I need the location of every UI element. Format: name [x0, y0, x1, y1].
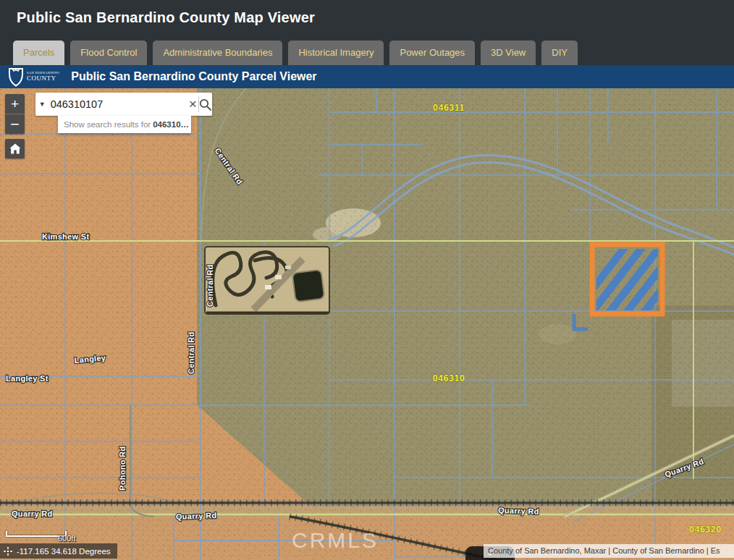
street-label: Pohono Rd — [118, 446, 127, 491]
close-icon: × — [189, 96, 197, 112]
tab-flood-control[interactable]: Flood Control — [70, 41, 147, 65]
map-viewer-app: Public San Bernardino County Map Viewer … — [0, 0, 734, 560]
county-logo-text: SAN BERNARDINO COUNTY — [27, 72, 59, 82]
coordinates-badge: -117.165 34.618 Degrees — [0, 543, 117, 559]
tab-3d-view[interactable]: 3D View — [481, 41, 536, 65]
street-label: Quarry Rd — [12, 509, 53, 518]
minus-icon: − — [10, 116, 20, 132]
tab-historical-imagery[interactable]: Historical Imagery — [288, 41, 384, 65]
map-canvas[interactable]: 046311 046310 046320 Kimshew St Langley … — [0, 88, 734, 560]
parcel-label: 046320 — [689, 525, 722, 535]
street-label: Central Rd — [187, 331, 195, 374]
parcel-label: 046311 — [433, 103, 465, 113]
racetrack-feature — [205, 247, 329, 314]
suggestion-prefix: Show search results for — [64, 120, 151, 129]
street-label: Kimshew St — [42, 232, 89, 241]
clear-search-button[interactable]: × — [187, 93, 198, 116]
scale-label: 600ft — [58, 534, 75, 543]
search-submit-button[interactable] — [198, 93, 212, 116]
search-input[interactable] — [49, 93, 187, 116]
county-logo: SAN BERNARDINO COUNTY — [7, 67, 59, 87]
app-header: Public San Bernardino County Map Viewer — [0, 0, 734, 35]
home-button[interactable] — [5, 139, 25, 158]
county-shield-icon — [7, 67, 25, 87]
plus-icon: + — [11, 97, 19, 111]
tab-power-outages[interactable]: Power Outages — [389, 41, 475, 65]
search-icon — [199, 98, 211, 111]
zoom-out-button[interactable]: − — [5, 114, 25, 134]
street-label: Quarry Rd — [176, 511, 217, 521]
parcel-viewer-title: Public San Bernardino County Parcel View… — [71, 70, 316, 83]
tab-administrative-boundaries[interactable]: Administrative Boundaries — [153, 41, 282, 65]
crosshair-icon — [3, 546, 13, 556]
page-title: Public San Bernardino County Map Viewer — [17, 9, 315, 26]
suggestion-term: 046310… — [153, 120, 189, 129]
chevron-down-icon: ▼ — [39, 101, 46, 108]
parcel-viewer-banner: SAN BERNARDINO COUNTY Public San Bernard… — [0, 65, 734, 88]
street-label: Central Rd — [206, 264, 214, 307]
basemap-imagery: 046311 046310 046320 Kimshew St Langley … — [0, 88, 734, 560]
search-suggestion-item[interactable]: Show search results for 046310… — [58, 116, 191, 133]
home-icon — [9, 143, 21, 154]
coordinates-text: -117.165 34.618 Degrees — [17, 547, 111, 556]
map-attribution: County of San Bernardino, Maxar | County… — [484, 544, 734, 558]
parcel-label: 046310 — [433, 373, 465, 383]
tab-parcels[interactable]: Parcels — [13, 41, 64, 65]
search-box: ▼ × — [35, 93, 212, 116]
search-source-dropdown[interactable]: ▼ — [35, 93, 49, 116]
street-label: Langley St — [6, 374, 48, 383]
tab-diy[interactable]: DIY — [541, 41, 578, 65]
tab-bar: Parcels Flood Control Administrative Bou… — [0, 35, 734, 65]
street-label: Quarry Rd — [498, 506, 539, 516]
zoom-in-button[interactable]: + — [5, 94, 25, 114]
